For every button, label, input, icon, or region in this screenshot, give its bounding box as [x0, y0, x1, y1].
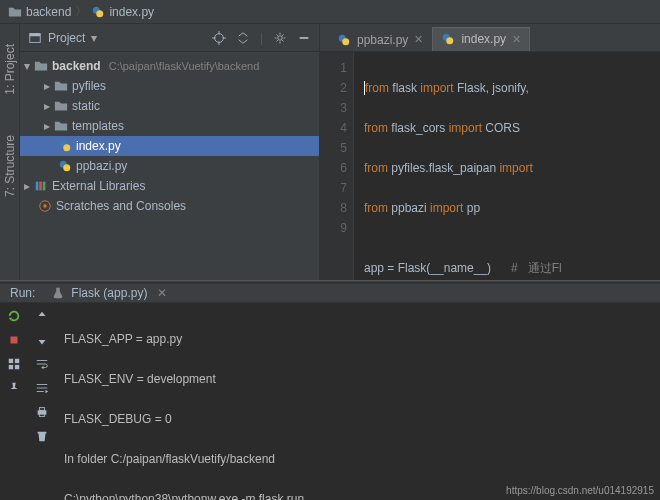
pin-icon[interactable]: [7, 381, 21, 395]
python-file-icon: [58, 139, 72, 153]
svg-rect-26: [39, 414, 44, 417]
run-panel: Run: Flask (app.py) ✕ FLASK_APP = app.py…: [0, 282, 660, 500]
folder-icon: [54, 119, 68, 133]
project-panel: Project ▾ | ▾ backend C:\paipan\flaskVue…: [20, 24, 320, 280]
svg-rect-23: [15, 365, 19, 369]
stop-icon[interactable]: [7, 333, 21, 347]
expand-icon[interactable]: ▸: [44, 99, 50, 113]
svg-point-5: [278, 35, 282, 39]
scroll-to-end-icon[interactable]: [35, 381, 49, 395]
breadcrumb-file[interactable]: index.py: [109, 5, 154, 19]
project-icon: [28, 31, 42, 45]
svg-point-16: [342, 38, 349, 45]
tree-root[interactable]: ▾ backend C:\paipan\flaskVuetify\backend: [20, 56, 319, 76]
svg-point-18: [447, 37, 454, 44]
expand-all-icon[interactable]: [236, 31, 250, 45]
tree-scratch[interactable]: Scratches and Consoles: [20, 196, 319, 216]
chevron-right-icon: 〉: [75, 3, 87, 20]
print-icon[interactable]: [35, 405, 49, 419]
code-body[interactable]: from flask import Flask, jsonify, from f…: [354, 52, 660, 280]
up-icon[interactable]: [35, 309, 49, 323]
svg-rect-21: [15, 359, 19, 363]
python-file-icon: [337, 33, 351, 47]
library-icon: [34, 179, 48, 193]
down-icon[interactable]: [35, 333, 49, 347]
folder-icon: [54, 99, 68, 113]
project-panel-header: Project ▾ |: [20, 24, 319, 52]
tree-folder[interactable]: ▸pyfiles: [20, 76, 319, 96]
scratch-icon: [38, 199, 52, 213]
trash-icon[interactable]: [35, 429, 49, 443]
folder-icon: [8, 5, 22, 19]
expand-icon[interactable]: ▸: [44, 119, 50, 133]
python-file-icon: [58, 159, 72, 173]
svg-rect-22: [9, 365, 13, 369]
editor-tab[interactable]: ppbazi.py✕: [328, 27, 432, 51]
tree-extlib[interactable]: ▸External Libraries: [20, 176, 319, 196]
watermark: https://blog.csdn.net/u014192915: [506, 485, 654, 496]
close-icon[interactable]: ✕: [157, 286, 167, 300]
svg-point-7: [63, 144, 70, 151]
project-tree[interactable]: ▾ backend C:\paipan\flaskVuetify\backend…: [20, 52, 319, 280]
close-tab-icon[interactable]: ✕: [512, 33, 521, 46]
svg-rect-10: [36, 182, 39, 191]
close-tab-icon[interactable]: ✕: [414, 33, 423, 46]
tree-file-selected[interactable]: index.py: [20, 136, 319, 156]
panel-title-text[interactable]: Project: [48, 31, 85, 45]
code-editor[interactable]: 123456789 from flask import Flask, jsoni…: [320, 52, 660, 280]
svg-rect-25: [39, 408, 44, 411]
dropdown-icon[interactable]: ▾: [91, 31, 97, 45]
tab-structure[interactable]: 7: Structure: [3, 135, 17, 197]
soft-wrap-icon[interactable]: [35, 357, 49, 371]
svg-rect-3: [30, 33, 41, 36]
svg-point-9: [63, 164, 70, 171]
run-label: Run:: [10, 286, 35, 300]
run-config-tab[interactable]: Flask (app.py) ✕: [43, 284, 175, 302]
folder-icon: [34, 59, 48, 73]
run-header: Run: Flask (app.py) ✕: [0, 284, 660, 303]
locate-icon[interactable]: [212, 31, 226, 45]
tab-project[interactable]: 1: Project: [3, 44, 17, 95]
gear-icon[interactable]: [273, 31, 287, 45]
rerun-icon[interactable]: [7, 309, 21, 323]
svg-rect-11: [39, 182, 42, 191]
line-gutter: 123456789: [320, 52, 354, 280]
svg-rect-20: [9, 359, 13, 363]
tree-folder[interactable]: ▸static: [20, 96, 319, 116]
divider: |: [260, 31, 263, 45]
hide-icon[interactable]: [297, 31, 311, 45]
breadcrumb-root[interactable]: backend: [26, 5, 71, 19]
run-toolbar-left: [0, 303, 28, 500]
editor-area: ppbazi.py✕ index.py✕ 123456789 from flas…: [320, 24, 660, 280]
svg-rect-12: [43, 182, 46, 191]
python-file-icon: [91, 5, 105, 19]
expand-icon[interactable]: ▾: [24, 59, 30, 73]
editor-tab-active[interactable]: index.py✕: [432, 27, 530, 51]
expand-icon[interactable]: ▸: [44, 79, 50, 93]
breadcrumb: backend 〉 index.py: [0, 0, 660, 24]
run-toolbar-right: [28, 303, 56, 500]
python-file-icon: [441, 32, 455, 46]
svg-point-4: [215, 33, 224, 42]
editor-tabs: ppbazi.py✕ index.py✕: [320, 24, 660, 52]
layout-icon[interactable]: [7, 357, 21, 371]
svg-point-1: [97, 10, 104, 17]
expand-icon[interactable]: ▸: [24, 179, 30, 193]
run-console[interactable]: FLASK_APP = app.py FLASK_ENV = developme…: [56, 303, 660, 500]
tool-window-tabs: 1: Project 7: Structure: [0, 24, 20, 280]
flask-icon: [51, 286, 65, 300]
svg-point-14: [43, 204, 47, 208]
tree-folder[interactable]: ▸templates: [20, 116, 319, 136]
folder-icon: [54, 79, 68, 93]
svg-rect-19: [11, 337, 18, 344]
tree-file[interactable]: ppbazi.py: [20, 156, 319, 176]
